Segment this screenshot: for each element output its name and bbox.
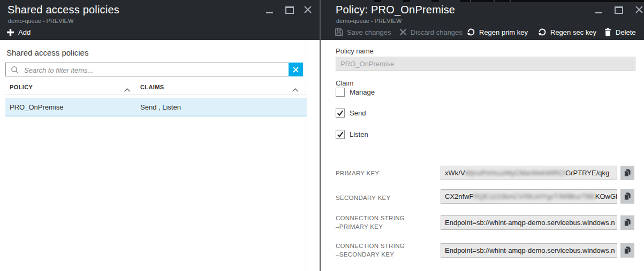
discard-changes-button[interactable]: Discard changes bbox=[399, 27, 463, 37]
label-line1: CONNECTION STRING bbox=[336, 214, 405, 222]
maximize-icon[interactable] bbox=[615, 6, 623, 14]
table-header-divider bbox=[5, 95, 307, 95]
save-changes-label: Save changes bbox=[347, 28, 391, 36]
copy-icon bbox=[624, 168, 631, 177]
connection-string-secondary-label: CONNECTION STRING –SECONDARY KEY bbox=[336, 242, 405, 259]
regen-sec-key-button[interactable]: Regen sec key bbox=[538, 27, 596, 37]
left-blade-right-edge bbox=[306, 40, 306, 271]
save-icon bbox=[335, 28, 343, 36]
close-icon[interactable] bbox=[635, 5, 643, 14]
copy-primary-key-button[interactable] bbox=[620, 166, 634, 180]
close-icon[interactable] bbox=[304, 5, 312, 14]
left-blade-title: Shared access policies bbox=[7, 4, 119, 16]
checkmark-icon bbox=[337, 131, 344, 138]
copy-icon bbox=[624, 192, 631, 201]
minimize-icon[interactable] bbox=[266, 12, 273, 13]
clear-search-icon bbox=[293, 67, 299, 73]
listen-checkbox[interactable] bbox=[336, 130, 345, 139]
delete-label: Delete bbox=[616, 28, 636, 36]
connection-string-primary-value: Endpoint=sb://whint-amqp-demo.servicebus… bbox=[441, 215, 617, 230]
primary-key-value: xWk/VWjnuPnHcuzMyCMarWekWlRCfGrPTRYE/qkg bbox=[441, 166, 617, 180]
key-visible-end: GrPTRYE/qkg bbox=[565, 169, 609, 177]
discard-changes-label: Discard changes bbox=[411, 28, 463, 36]
left-blade-subtitle: demo-queue - PREVIEW bbox=[8, 18, 73, 24]
copy-secondary-key-button[interactable] bbox=[620, 189, 634, 204]
regen-sec-key-label: Regen sec key bbox=[550, 28, 596, 36]
key-visible-end: KOwGKqr bbox=[595, 192, 617, 200]
checkbox-row-manage[interactable]: Manage bbox=[336, 88, 375, 97]
right-blade-subtitle: demo-queue - PREVIEW bbox=[336, 18, 401, 24]
key-redacted-middle: RQE11O3bACV09Lk0YgzT/M9BszTBE bbox=[473, 192, 595, 200]
clear-search-button[interactable] bbox=[289, 63, 303, 76]
tab-strip-fragment bbox=[403, 0, 410, 2]
policy-name-label: Policy name bbox=[336, 47, 374, 55]
row-policy-cell: PRO_OnPremise bbox=[10, 103, 63, 111]
sort-ascending-icon[interactable] bbox=[124, 85, 131, 95]
connection-string-primary-label: CONNECTION STRING –PRIMARY KEY bbox=[336, 214, 405, 231]
tab-strip-fragment bbox=[374, 0, 381, 2]
add-button-label: Add bbox=[18, 28, 31, 36]
column-header-claims[interactable]: CLAIMS bbox=[140, 84, 164, 90]
add-button[interactable]: Add bbox=[6, 27, 31, 37]
copy-connection-string-secondary-button[interactable] bbox=[620, 243, 634, 258]
claim-label: Claim bbox=[336, 79, 353, 87]
manage-checkbox[interactable] bbox=[336, 88, 345, 97]
tab-strip-fragment bbox=[431, 0, 439, 2]
key-redacted-middle: WjnuPnHcuzMyCMarWekWlRCf bbox=[465, 169, 566, 177]
tab-strip-fragment bbox=[460, 0, 644, 2]
maximize-icon[interactable] bbox=[285, 6, 294, 14]
search-icon bbox=[11, 66, 19, 74]
copy-connection-string-primary-button[interactable] bbox=[620, 215, 634, 230]
primary-key-label: PRIMARY KEY bbox=[336, 169, 380, 177]
refresh-icon bbox=[467, 28, 475, 36]
key-visible-start: CX2nfwF bbox=[445, 192, 473, 200]
manage-checkbox-label: Manage bbox=[350, 88, 375, 96]
secondary-key-value: CX2nfwFRQE11O3bACV09Lk0YgzT/M9BszTBEKOwG… bbox=[441, 189, 617, 204]
save-changes-button[interactable]: Save changes bbox=[335, 27, 391, 37]
right-blade-title: Policy: PRO_OnPremise bbox=[336, 4, 455, 16]
label-line2: –PRIMARY KEY bbox=[336, 222, 405, 231]
regen-prim-key-label: Regen prim key bbox=[479, 28, 528, 36]
table-row-pro-onpremise[interactable]: PRO_OnPremise Send , Listen bbox=[5, 98, 307, 117]
regen-prim-key-button[interactable]: Regen prim key bbox=[467, 27, 528, 37]
row-claims-cell: Send , Listen bbox=[140, 103, 181, 111]
copy-icon bbox=[624, 246, 631, 255]
search-box bbox=[5, 63, 303, 76]
sort-ascending-icon[interactable] bbox=[292, 85, 299, 95]
minimize-icon[interactable] bbox=[595, 12, 602, 13]
azure-portal-blades: Shared access policies demo-queue - PREV… bbox=[0, 0, 644, 271]
label-line2: –SECONDARY KEY bbox=[336, 250, 405, 259]
copy-icon bbox=[624, 218, 631, 227]
listen-checkbox-label: Listen bbox=[350, 130, 368, 138]
checkbox-row-send[interactable]: Send bbox=[336, 109, 366, 118]
add-icon bbox=[6, 28, 14, 36]
send-checkbox[interactable] bbox=[336, 109, 345, 118]
send-checkbox-label: Send bbox=[350, 109, 366, 117]
secondary-key-label: SECONDARY KEY bbox=[336, 193, 391, 202]
checkmark-icon bbox=[337, 110, 344, 117]
column-header-policy[interactable]: POLICY bbox=[10, 84, 33, 90]
refresh-icon bbox=[538, 28, 547, 36]
key-visible-start: xWk/V bbox=[445, 169, 465, 177]
connection-string-secondary-value: Endpoint=sb://whint-amqp-demo.servicebus… bbox=[441, 243, 617, 258]
label-line1: CONNECTION STRING bbox=[336, 242, 405, 250]
trash-icon bbox=[604, 28, 612, 36]
search-input[interactable] bbox=[23, 63, 285, 77]
checkbox-row-listen[interactable]: Listen bbox=[336, 130, 368, 139]
discard-icon bbox=[399, 28, 407, 36]
section-label: Shared access policies bbox=[6, 48, 88, 57]
policy-name-input[interactable] bbox=[336, 57, 635, 71]
blade-separator bbox=[320, 0, 321, 271]
delete-button[interactable]: Delete bbox=[604, 27, 636, 37]
